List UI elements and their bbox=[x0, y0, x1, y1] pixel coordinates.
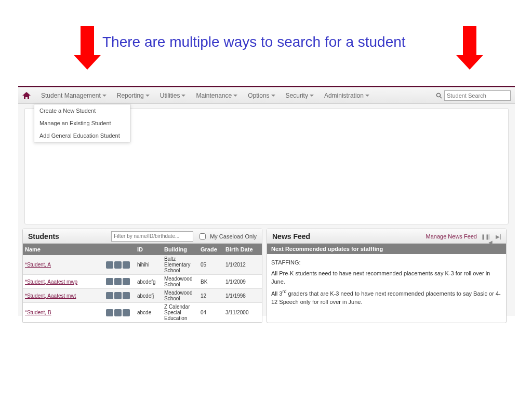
cell-building: Meadowood School bbox=[162, 275, 198, 288]
nav-label: Maintenance bbox=[196, 92, 232, 99]
cell-birth: 1/1/1998 bbox=[223, 292, 260, 300]
col-grade[interactable]: Grade bbox=[198, 245, 223, 254]
cell-building: Baltz Elementary School bbox=[162, 255, 198, 274]
nav-options[interactable]: Options bbox=[243, 92, 280, 99]
arrow-to-menu bbox=[74, 26, 101, 70]
table-row: *Student, A hihihi Baltz Elementary Scho… bbox=[23, 255, 262, 275]
cell-id: abcdefg bbox=[135, 278, 162, 286]
nav-label: Administration bbox=[324, 92, 364, 99]
nav-reporting[interactable]: Reporting bbox=[112, 92, 155, 99]
news-subheader: Next Recommended updates for stafffing bbox=[267, 244, 506, 254]
action-icon[interactable] bbox=[114, 261, 122, 269]
action-icon[interactable] bbox=[106, 278, 113, 285]
news-heading: STAFFING: bbox=[271, 258, 502, 267]
nav-label: Utilities bbox=[160, 92, 180, 99]
action-icon[interactable] bbox=[123, 309, 130, 316]
chevron-down-icon bbox=[310, 95, 314, 97]
nav-utilities[interactable]: Utilities bbox=[155, 92, 191, 99]
chevron-down-icon bbox=[181, 95, 185, 97]
filter-input[interactable] bbox=[111, 231, 193, 242]
news-title: News Feed bbox=[272, 232, 310, 241]
cell-grade: 05 bbox=[198, 261, 223, 269]
cell-id: abcde bbox=[135, 309, 162, 316]
table-row: *Student, Aaatest mwp abcdefg Meadowood … bbox=[23, 275, 262, 289]
manage-news-link[interactable]: Manage News Feed bbox=[426, 233, 477, 240]
menu-add-gened-student[interactable]: Add General Education Student bbox=[34, 129, 130, 142]
cell-birth: 3/11/2000 bbox=[223, 309, 260, 316]
col-building[interactable]: Building bbox=[162, 245, 198, 254]
home-icon[interactable] bbox=[22, 92, 31, 99]
svg-line-1 bbox=[440, 97, 442, 98]
students-title: Students bbox=[28, 232, 59, 241]
student-link[interactable]: *Student, Aaatest mwp bbox=[25, 279, 77, 285]
chevron-down-icon bbox=[102, 95, 107, 97]
search-icon bbox=[436, 92, 442, 99]
cell-grade: 12 bbox=[198, 292, 223, 300]
action-icon[interactable] bbox=[106, 292, 113, 299]
row-actions bbox=[104, 291, 135, 300]
table-row: *Student, B abcde Z Calendar Special Edu… bbox=[23, 303, 262, 323]
action-icon[interactable] bbox=[114, 309, 122, 316]
news-p2: All 3rd graders that are K-3 need to hav… bbox=[271, 288, 502, 307]
chevron-down-icon bbox=[365, 95, 369, 97]
student-link[interactable]: *Student, A bbox=[25, 262, 51, 268]
action-icon[interactable] bbox=[123, 278, 130, 285]
col-birth[interactable]: Birth Date bbox=[223, 245, 260, 254]
menu-create-student[interactable]: Create a New Student bbox=[34, 104, 130, 117]
cell-building: Z Calendar Special Education bbox=[162, 303, 198, 322]
cell-birth: 1/1/2009 bbox=[223, 278, 260, 286]
student-link[interactable]: *Student, Aaatest mwt bbox=[25, 293, 76, 299]
students-table-header: Name ID Building Grade Birth Date bbox=[23, 244, 262, 255]
news-controls: ❚❚ |◀ ▶| bbox=[481, 234, 501, 239]
student-management-dropdown: Create a New Student Manage an Existing … bbox=[34, 104, 130, 142]
cell-id: abcdefj bbox=[135, 292, 162, 300]
caseload-label: My Caseload Only bbox=[210, 233, 257, 240]
students-panel: Students My Caseload Only Name ID Buildi… bbox=[22, 229, 262, 323]
action-icon[interactable] bbox=[123, 292, 130, 299]
menu-manage-student[interactable]: Manage an Existing Student bbox=[34, 117, 130, 129]
cell-id: hihihi bbox=[135, 261, 162, 269]
students-header: Students My Caseload Only bbox=[23, 229, 262, 244]
nav-label: Student Management bbox=[41, 92, 101, 99]
navbar: Student Management Reporting Utilities M… bbox=[18, 87, 515, 104]
caseload-checkbox[interactable] bbox=[200, 233, 206, 240]
content-area: Students My Caseload Only Name ID Buildi… bbox=[18, 224, 515, 327]
prev-icon[interactable]: |◀ bbox=[488, 234, 494, 239]
chevron-down-icon bbox=[271, 95, 275, 97]
student-link[interactable]: *Student, B bbox=[25, 310, 51, 315]
action-icon[interactable] bbox=[106, 309, 113, 316]
row-actions bbox=[104, 308, 135, 317]
action-icon[interactable] bbox=[114, 278, 122, 285]
nav-maintenance[interactable]: Maintenance bbox=[191, 92, 243, 99]
action-icon[interactable] bbox=[114, 292, 122, 299]
cell-building: Meadowood School bbox=[162, 289, 198, 302]
cell-birth: 1/1/2012 bbox=[223, 261, 260, 269]
cell-grade: 04 bbox=[198, 309, 223, 316]
cell-grade: BK bbox=[198, 278, 223, 286]
table-row: *Student, Aaatest mwt abcdefj Meadowood … bbox=[23, 289, 262, 303]
nav-label: Options bbox=[248, 92, 269, 99]
nav-student-management[interactable]: Student Management bbox=[36, 92, 112, 99]
action-icon[interactable] bbox=[106, 261, 113, 269]
news-header: News Feed Manage News Feed ❚❚ |◀ ▶| bbox=[267, 229, 506, 244]
next-icon[interactable]: ▶| bbox=[496, 234, 501, 239]
arrow-to-search bbox=[456, 26, 483, 70]
nav-label: Security bbox=[286, 92, 308, 99]
student-search-input[interactable] bbox=[444, 90, 511, 101]
news-body: STAFFING: All Pre-K students need to hav… bbox=[267, 254, 506, 312]
nav-security[interactable]: Security bbox=[281, 92, 319, 99]
row-actions bbox=[104, 260, 135, 270]
nav-administration[interactable]: Administration bbox=[319, 92, 375, 99]
col-name[interactable]: Name bbox=[23, 245, 104, 254]
col-id[interactable]: ID bbox=[135, 245, 162, 254]
search-wrap bbox=[436, 90, 511, 101]
news-p1: All Pre-K students need to have next rec… bbox=[271, 269, 502, 286]
slide-title: There are multiple ways to search for a … bbox=[102, 34, 406, 50]
chevron-down-icon bbox=[145, 95, 150, 97]
action-icon[interactable] bbox=[123, 261, 130, 269]
chevron-down-icon bbox=[233, 95, 237, 97]
students-table-body: *Student, A hihihi Baltz Elementary Scho… bbox=[23, 255, 262, 323]
pause-icon[interactable]: ❚❚ bbox=[481, 234, 486, 239]
news-panel: News Feed Manage News Feed ❚❚ |◀ ▶| Next… bbox=[267, 229, 507, 323]
app-window: Student Management Reporting Utilities M… bbox=[18, 86, 515, 316]
